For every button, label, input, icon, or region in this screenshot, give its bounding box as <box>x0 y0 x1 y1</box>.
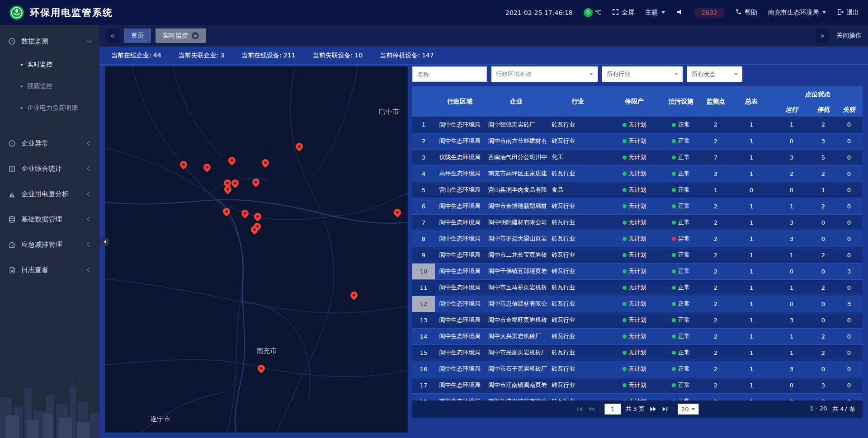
map-pin[interactable] <box>349 290 359 300</box>
region-filter-select[interactable]: 行政区域名称 <box>491 66 598 82</box>
map-panel[interactable]: 巴中市南充市遂宁市 <box>105 66 408 433</box>
cell-row-number[interactable]: 14 <box>412 328 435 344</box>
cell-running: 1 <box>772 279 811 296</box>
phone-icon <box>736 9 742 16</box>
logout-button[interactable]: 退出 <box>837 9 859 17</box>
help-label: 帮助 <box>745 9 757 17</box>
page-number-input[interactable] <box>604 404 621 414</box>
cell-row-number[interactable]: 9 <box>412 247 435 263</box>
close-operations-button[interactable]: 关闭操作 <box>836 32 862 40</box>
prev-page-button[interactable] <box>587 406 595 412</box>
first-page-button[interactable] <box>576 406 583 412</box>
table-row[interactable]: 14阆中生态环境局阆中大兴页岩机砖厂砖瓦行业无计划正常21120 <box>412 328 863 344</box>
map-pin[interactable] <box>227 155 237 166</box>
cell-company: 阆中市二龙长宝页岩砖 <box>485 247 548 263</box>
map-pin[interactable] <box>222 207 232 217</box>
cell-row-number[interactable]: 3 <box>412 149 435 165</box>
green-dot-icon <box>623 383 627 387</box>
status-filter-select[interactable]: 所有状态 <box>687 66 742 82</box>
map-pin[interactable] <box>294 141 305 151</box>
col-header-region: 行政区域 <box>435 86 485 117</box>
cell-row-number[interactable]: 13 <box>412 312 435 328</box>
cell-row-number[interactable]: 8 <box>412 231 435 247</box>
table-row[interactable]: 12阆中生态环境局阆中市忠信建材有限公砖瓦行业无计划正常21003 <box>412 296 863 312</box>
volume-button[interactable] <box>676 9 683 17</box>
green-dot-icon <box>623 237 627 241</box>
cell-offline: 0 <box>835 247 863 263</box>
map-pin[interactable] <box>223 184 233 195</box>
cell-row-number[interactable]: 16 <box>412 361 435 377</box>
cell-row-number[interactable]: 10 <box>412 263 435 279</box>
page-size-select[interactable]: 20 <box>678 404 699 414</box>
table-row[interactable]: 16阆中生态环境局阆中市石子页岩机砖厂砖瓦行业无计划正常21300 <box>412 361 863 377</box>
map-pin[interactable] <box>392 207 402 218</box>
table-row[interactable]: 3仪陇生态环境局西南油气田分公司川中化工无计划正常71350 <box>412 149 863 165</box>
table-row[interactable]: 11阆中生态环境局阆中市五马桥页岩机砖砖瓦行业无计划正常21120 <box>412 279 863 296</box>
table-row[interactable]: 4高坪生态环境局南充市高坪区王家店建砖瓦行业无计划正常31220 <box>412 165 863 182</box>
fullscreen-button[interactable]: 全屏 <box>612 9 634 17</box>
sidebar-group-data-monitoring[interactable]: 数据监测 <box>0 28 99 54</box>
last-page-button[interactable] <box>661 406 668 412</box>
table-row[interactable]: 6阆中生态环境局阆中市金博瑞新型墙材砖瓦行业无计划正常21120 <box>412 198 863 214</box>
cell-row-number[interactable]: 5 <box>412 182 435 198</box>
table-row[interactable]: 2阆中生态环境局阆中市南方节能建材有砖瓦行业无计划正常21030 <box>412 133 863 149</box>
sidebar-item-power-load-detail[interactable]: 企业电力负荷明细 <box>0 97 99 119</box>
sidebar-group-power-analysis[interactable]: 企业用电量分析 <box>0 181 99 207</box>
cell-limit-status: 无计划 <box>608 263 661 279</box>
table-row[interactable]: 13阆中生态环境局阆中市金福旺页岩机砖砖瓦行业无计划正常21300 <box>412 312 863 328</box>
map-pin[interactable] <box>256 363 267 373</box>
table-row[interactable]: 10阆中生态环境局阆中千佛镇五郎垭页岩砖瓦行业无计划正常21003 <box>412 263 863 279</box>
cell-row-number[interactable]: 2 <box>412 133 435 149</box>
cell-row-number[interactable]: 12 <box>412 296 435 312</box>
org-dropdown[interactable]: 南充市生态环境局 <box>768 9 826 17</box>
tab-realtime-monitoring[interactable]: 实时监控 × <box>156 28 206 43</box>
cell-row-number[interactable]: 11 <box>412 279 435 296</box>
sidebar-item-video-monitoring[interactable]: 视频监控 <box>0 75 99 97</box>
table-row[interactable]: 8阆中生态环境局阆中市枣碧大梁山页岩砖瓦行业无计划异常21300 <box>412 231 863 247</box>
table-row[interactable]: 15阆中生态环境局阆中市光富页岩机砖厂砖瓦行业无计划正常21120 <box>412 344 863 361</box>
sidebar-group-company-abnormal[interactable]: 企业异常 <box>0 131 99 156</box>
cell-facility-status: 正常 <box>661 344 701 361</box>
cell-running: 3 <box>772 312 811 328</box>
tabs-scroll-left-icon[interactable]: « <box>106 29 119 42</box>
map-pin[interactable] <box>202 162 212 173</box>
map-pin[interactable] <box>230 178 241 188</box>
notification-count-badge[interactable]: 2632 <box>694 8 725 18</box>
industry-filter-select[interactable]: 所有行业 <box>602 66 683 82</box>
cell-row-number[interactable]: 4 <box>412 165 435 182</box>
table-row[interactable]: 17阆中生态环境局阆中市江南镇阆南页岩砖瓦行业无计划正常21030 <box>412 377 863 393</box>
table-row[interactable]: 9阆中生态环境局阆中市二龙长宝页岩砖砖瓦行业无计划正常21120 <box>412 247 863 263</box>
table-row[interactable]: 7阆中生态环境局阆中明阳建材有限公司砖瓦行业无计划正常21300 <box>412 214 863 231</box>
table-row[interactable]: 5营山生态环境局营山县润丰肉食品有限食品无计划正常10010 <box>412 182 863 198</box>
cell-row-number[interactable]: 17 <box>412 377 435 393</box>
sidebar-group-company-statistics[interactable]: 企业综合统计 <box>0 156 99 181</box>
help-button[interactable]: 帮助 <box>736 9 757 17</box>
sidebar-group-log-view[interactable]: 日志查看 <box>0 257 99 283</box>
map-pin[interactable] <box>260 158 271 168</box>
sidebar-collapse-button[interactable] <box>100 237 109 246</box>
map-pin[interactable] <box>253 212 263 222</box>
next-page-button[interactable] <box>649 406 657 412</box>
cell-row-number[interactable]: 15 <box>412 344 435 361</box>
map-pin[interactable] <box>179 160 189 170</box>
table-row[interactable]: 1阆中生态环境局阆中强锐页岩砖厂砖瓦行业无计划正常21120 <box>412 117 863 133</box>
theme-dropdown[interactable]: 主题 <box>645 9 665 17</box>
table-row[interactable]: 18南部生态环境局南部县建兴建材有限公砖瓦行业无计划正常21030 <box>412 393 863 400</box>
sidebar-group-base-data[interactable]: 基础数据管理 <box>0 207 99 232</box>
map-pin[interactable] <box>240 208 250 219</box>
page-size-value: 20 <box>681 406 689 413</box>
sidebar-group-emergency-reduction[interactable]: 应急减排管理 <box>0 232 99 257</box>
map-pin[interactable] <box>251 177 261 188</box>
cell-total-meter: 1 <box>731 328 772 344</box>
cell-offline: 0 <box>835 117 863 133</box>
cell-row-number[interactable]: 7 <box>412 214 435 231</box>
cell-row-number[interactable]: 1 <box>412 117 435 133</box>
name-filter-input[interactable] <box>412 66 487 82</box>
sidebar-item-realtime-monitoring[interactable]: 实时监控 <box>0 54 99 75</box>
tabs-scroll-right-icon[interactable]: » <box>816 29 829 42</box>
tab-home[interactable]: 首页 <box>124 28 151 43</box>
cell-row-number[interactable]: 6 <box>412 198 435 214</box>
cell-row-number[interactable]: 18 <box>412 393 435 400</box>
green-dot-icon <box>623 334 627 339</box>
tab-close-icon[interactable]: × <box>192 32 199 39</box>
